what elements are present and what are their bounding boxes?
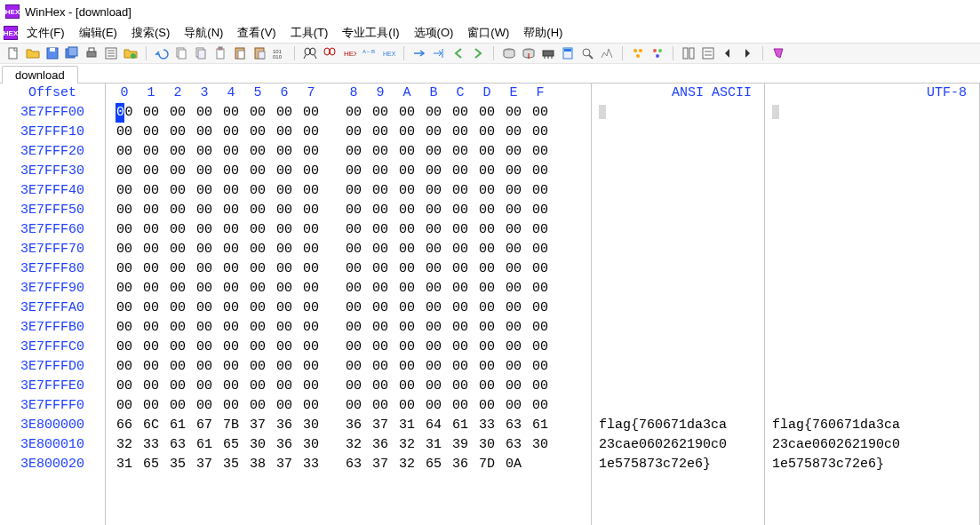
hex-byte[interactable]: 00: [164, 181, 191, 201]
hex-byte[interactable]: 00: [420, 279, 447, 298]
hex-col-header[interactable]: 0: [111, 84, 138, 103]
hex-byte[interactable]: 00: [111, 259, 138, 279]
hex-byte[interactable]: 00: [138, 103, 164, 123]
hex-byte[interactable]: 00: [527, 220, 554, 240]
hex-byte[interactable]: 00: [420, 220, 447, 240]
hex-byte[interactable]: 00: [271, 396, 298, 416]
hex-byte[interactable]: 00: [271, 279, 298, 298]
hex-byte[interactable]: 36: [340, 416, 367, 435]
hex-byte[interactable]: 00: [420, 181, 447, 201]
hex-byte[interactable]: 31: [111, 455, 138, 474]
hex-byte[interactable]: 00: [447, 142, 474, 162]
hex-row[interactable]: 00000000000000000000000000000000: [106, 240, 591, 259]
hex-byte[interactable]: 00: [367, 298, 394, 318]
hex-byte[interactable]: 00: [111, 181, 138, 201]
hex-byte[interactable]: 00: [138, 201, 164, 220]
hex-byte[interactable]: 00: [420, 259, 447, 279]
hex-byte[interactable]: 00: [138, 338, 164, 357]
hex-byte[interactable]: 30: [527, 435, 554, 455]
hex-byte[interactable]: 00: [420, 338, 447, 357]
hex-byte[interactable]: 00: [138, 220, 164, 240]
hex-byte[interactable]: 00: [218, 377, 244, 396]
utf8-cell[interactable]: [772, 201, 972, 220]
hex-byte[interactable]: 37: [191, 455, 218, 474]
hex-col-header[interactable]: 2: [164, 84, 191, 103]
clipboard-icon[interactable]: [212, 45, 228, 61]
hex-byte[interactable]: 00: [474, 142, 500, 162]
hex-row[interactable]: 00000000000000000000000000000000: [106, 298, 591, 318]
hex-byte[interactable]: 00: [138, 298, 164, 318]
hex-row[interactable]: 00000000000000000000000000000000: [106, 279, 591, 298]
hex-row[interactable]: 00000000000000000000000000000000: [106, 142, 591, 162]
offset-cell[interactable]: 3E7FFF20: [0, 142, 105, 162]
ansi-cell[interactable]: [599, 298, 757, 318]
hex-byte[interactable]: 00: [367, 103, 394, 123]
hex-row[interactable]: 00000000000000000000000000000000: [106, 201, 591, 220]
hex-byte[interactable]: 00: [244, 220, 271, 240]
hex-byte[interactable]: 00: [111, 123, 138, 142]
undo-icon[interactable]: [154, 45, 170, 61]
hex-row[interactable]: 00000000000000000000000000000000: [106, 357, 591, 377]
hex-col-header[interactable]: 3: [191, 84, 218, 103]
hex-byte[interactable]: 00: [244, 357, 271, 377]
hex-col-header[interactable]: D: [474, 84, 500, 103]
hex-col-header[interactable]: 4: [218, 84, 244, 103]
hex-byte[interactable]: 00: [138, 162, 164, 181]
hex-byte[interactable]: 00: [340, 240, 367, 259]
utf8-cell[interactable]: [772, 318, 972, 338]
hex-byte[interactable]: 35: [164, 455, 191, 474]
hex-byte[interactable]: 00: [500, 259, 527, 279]
ansi-cell[interactable]: 1e575873c72e6}: [599, 455, 757, 474]
offset-cell[interactable]: 3E7FFF70: [0, 240, 105, 259]
disk-icon[interactable]: [501, 45, 517, 61]
hex-byte[interactable]: 00: [111, 201, 138, 220]
hex-byte[interactable]: 00: [527, 357, 554, 377]
hex-byte[interactable]: 00: [420, 103, 447, 123]
menu-item[interactable]: 导航(N): [177, 24, 230, 41]
hex-byte[interactable]: 00: [500, 162, 527, 181]
hex-byte[interactable]: 00: [164, 357, 191, 377]
menu-item[interactable]: 搜索(S): [124, 24, 177, 41]
hex-row[interactable]: 00000000000000000000000000000000: [106, 123, 591, 142]
hex-col-header[interactable]: C: [447, 84, 474, 103]
hex-byte[interactable]: 00: [474, 103, 500, 123]
hex-byte[interactable]: 00: [271, 357, 298, 377]
hex-byte[interactable]: 00: [244, 103, 271, 123]
offset-cell[interactable]: 3E800000: [0, 416, 105, 435]
hex-byte[interactable]: 00: [298, 162, 324, 181]
hex-byte[interactable]: 00: [500, 318, 527, 338]
hex-byte[interactable]: 00: [218, 240, 244, 259]
hex-byte[interactable]: [527, 455, 554, 474]
offset-cell[interactable]: 3E800020: [0, 455, 105, 474]
hex-byte[interactable]: 00: [447, 318, 474, 338]
hex-byte[interactable]: 00: [500, 357, 527, 377]
hex-byte[interactable]: 00: [394, 162, 420, 181]
replace-hex-icon[interactable]: HEX: [380, 45, 396, 61]
hex-byte[interactable]: 00: [500, 103, 527, 123]
hex-byte[interactable]: 00: [111, 396, 138, 416]
hex-byte[interactable]: 00: [298, 279, 324, 298]
ansi-cell[interactable]: [599, 396, 757, 416]
ansi-header[interactable]: ANSI ASCII: [599, 84, 757, 103]
hex-byte[interactable]: 63: [500, 416, 527, 435]
hex-byte[interactable]: 00: [298, 123, 324, 142]
offset-cell[interactable]: 3E7FFF50: [0, 201, 105, 220]
hex-byte[interactable]: 00: [271, 220, 298, 240]
hex-col-header[interactable]: B: [420, 84, 447, 103]
hex-byte[interactable]: 00: [298, 318, 324, 338]
hex-byte[interactable]: 00: [500, 279, 527, 298]
hex-byte[interactable]: 0A: [500, 455, 527, 474]
hex-byte[interactable]: 00: [340, 298, 367, 318]
hex-byte[interactable]: 37: [367, 416, 394, 435]
hex-byte[interactable]: 30: [244, 435, 271, 455]
offset-cell[interactable]: 3E7FFFA0: [0, 298, 105, 318]
hex-byte[interactable]: 00: [394, 103, 420, 123]
hex-byte[interactable]: 00: [394, 377, 420, 396]
utf8-cell[interactable]: [772, 162, 972, 181]
menu-item[interactable]: 编辑(E): [72, 24, 124, 41]
utf8-cell[interactable]: [772, 279, 972, 298]
hex-byte[interactable]: 00: [244, 338, 271, 357]
hex-byte[interactable]: 00: [340, 396, 367, 416]
hex-byte[interactable]: 00: [500, 201, 527, 220]
utf8-cell[interactable]: [772, 123, 972, 142]
